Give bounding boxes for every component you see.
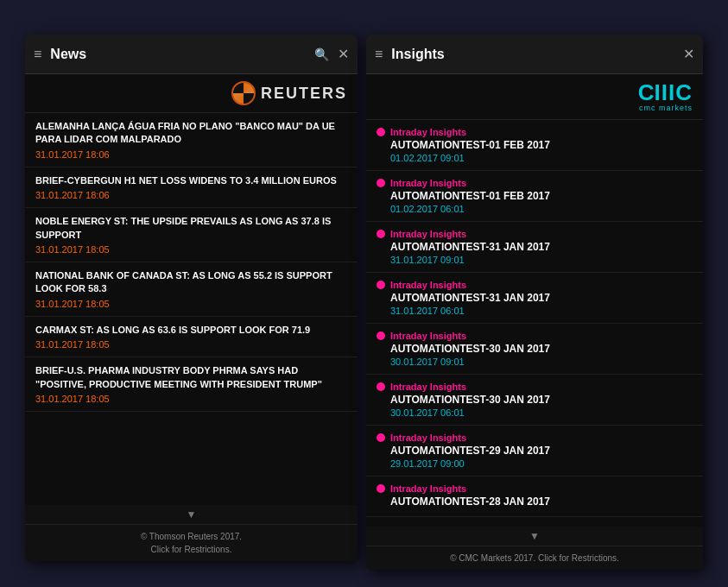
news-item-title: CARMAX ST: AS LONG AS 63.6 IS SUPPORT LO… bbox=[35, 324, 347, 337]
news-footer-text: © Thomson Reuters 2017.Click for Restric… bbox=[34, 530, 349, 556]
news-body: REUTERS ALEMANHA LANÇA ÁGUA FRIA NO PLAN… bbox=[25, 74, 358, 524]
reuters-logo: REUTERS bbox=[231, 81, 347, 105]
insight-tag-label: Intraday Insights bbox=[390, 432, 466, 443]
insight-item-title: AUTOMATIONTEST-28 JAN 2017 bbox=[377, 495, 677, 508]
news-item-title: NOBLE ENERGY ST: THE UPSIDE PREVAILS AS … bbox=[35, 215, 347, 242]
insight-list-item[interactable]: Intraday Insights AUTOMATIONTEST-28 JAN … bbox=[366, 477, 703, 517]
news-menu-icon[interactable]: ≡ bbox=[34, 47, 41, 62]
news-list-item[interactable]: BRIEF-U.S. PHARMA INDUSTRY BODY PHRMA SA… bbox=[25, 357, 358, 412]
insight-tag-label: Intraday Insights bbox=[390, 331, 466, 341]
news-list-item[interactable]: CARMAX ST: AS LONG AS 63.6 IS SUPPORT LO… bbox=[25, 317, 358, 357]
news-item-time: 31.01.2017 18:05 bbox=[35, 339, 347, 350]
insight-dot-icon bbox=[377, 331, 385, 340]
insight-item-title: AUTOMATIONTEST-30 JAN 2017 bbox=[377, 343, 677, 355]
news-header: ≡ News 🔍 ✕ bbox=[25, 35, 358, 74]
insight-item-time: 01.02.2017 06:01 bbox=[377, 204, 677, 214]
cmc-logo-area: CIIIC cmc markets bbox=[366, 74, 703, 120]
insight-item-time: 01.02.2017 09:01 bbox=[377, 153, 677, 163]
insight-list-item[interactable]: Intraday Insights AUTOMATIONTEST-31 JAN … bbox=[366, 222, 703, 273]
news-footer: © Thomson Reuters 2017.Click for Restric… bbox=[25, 524, 358, 561]
insights-body: CIIIC cmc markets Intraday Insights AUTO… bbox=[366, 74, 703, 546]
insight-tag-label: Intraday Insights bbox=[390, 483, 466, 494]
insight-dot-icon bbox=[377, 179, 385, 187]
news-item-time: 31.01.2017 18:06 bbox=[35, 149, 347, 160]
insight-item-title: AUTOMATIONTEST-29 JAN 2017 bbox=[377, 445, 677, 457]
insight-list-item[interactable]: Intraday Insights AUTOMATIONTEST-01 FEB … bbox=[366, 120, 703, 171]
insights-panel: ≡ Insights ✕ CIIIC cmc markets Intraday … bbox=[366, 35, 703, 570]
insights-footer: © CMC Markets 2017. Click for Restrictio… bbox=[366, 546, 703, 570]
insight-dot-icon bbox=[377, 230, 385, 238]
insight-item-title: AUTOMATIONTEST-30 JAN 2017 bbox=[377, 394, 677, 406]
insight-tag-row: Intraday Insights bbox=[377, 280, 677, 290]
news-item-time: 31.01.2017 18:05 bbox=[35, 394, 347, 404]
insight-tag-label: Intraday Insights bbox=[390, 280, 466, 290]
insight-item-time: 30.01.2017 09:01 bbox=[377, 357, 677, 367]
insights-list[interactable]: Intraday Insights AUTOMATIONTEST-01 FEB … bbox=[366, 120, 703, 527]
news-scroll-down[interactable]: ▼ bbox=[25, 505, 358, 524]
cmc-logo-letters: CIIIC bbox=[638, 81, 693, 104]
insight-tag-row: Intraday Insights bbox=[377, 127, 677, 137]
insight-item-time: 31.01.2017 09:01 bbox=[377, 255, 677, 265]
insight-dot-icon bbox=[377, 281, 385, 289]
insight-tag-label: Intraday Insights bbox=[390, 178, 466, 188]
insight-item-time: 30.01.2017 06:01 bbox=[377, 407, 677, 418]
insight-item-time: 29.01.2017 09:00 bbox=[377, 458, 677, 469]
news-panel: ≡ News 🔍 ✕ REUTERS ALEMANHA LANÇA ÁGUA F… bbox=[25, 35, 358, 561]
insight-tag-label: Intraday Insights bbox=[390, 229, 466, 239]
insight-tag-row: Intraday Insights bbox=[377, 229, 677, 239]
insights-header: ≡ Insights ✕ bbox=[366, 35, 703, 74]
insight-list-item[interactable]: Intraday Insights AUTOMATIONTEST-31 JAN … bbox=[366, 273, 703, 324]
insight-list-item[interactable]: Intraday Insights AUTOMATIONTEST-01 FEB … bbox=[366, 171, 703, 222]
insight-list-item[interactable]: Intraday Insights AUTOMATIONTEST-29 JAN … bbox=[366, 426, 703, 477]
insight-dot-icon bbox=[377, 433, 385, 442]
insight-tag-label: Intraday Insights bbox=[390, 127, 466, 137]
news-item-time: 31.01.2017 18:05 bbox=[35, 244, 347, 255]
news-list-item[interactable]: ALEMANHA LANÇA ÁGUA FRIA NO PLANO "BANCO… bbox=[25, 113, 358, 167]
news-item-time: 31.01.2017 18:06 bbox=[35, 190, 347, 200]
insight-dot-icon bbox=[377, 484, 385, 493]
news-search-icon[interactable]: 🔍 bbox=[314, 47, 329, 61]
insight-item-title: AUTOMATIONTEST-31 JAN 2017 bbox=[377, 241, 677, 253]
insight-item-time: 31.01.2017 06:01 bbox=[377, 306, 677, 316]
news-list-item[interactable]: BRIEF-CYBERGUN H1 NET LOSS WIDENS TO 3.4… bbox=[25, 167, 358, 208]
news-list-item[interactable]: NOBLE ENERGY ST: THE UPSIDE PREVAILS AS … bbox=[25, 208, 358, 262]
news-item-time: 31.01.2017 18:05 bbox=[35, 299, 347, 309]
insights-close-icon[interactable]: ✕ bbox=[683, 46, 694, 62]
insight-tag-label: Intraday Insights bbox=[390, 382, 466, 392]
insight-item-title: AUTOMATIONTEST-31 JAN 2017 bbox=[377, 292, 677, 304]
insight-tag-row: Intraday Insights bbox=[377, 382, 677, 392]
news-item-title: BRIEF-CYBERGUN H1 NET LOSS WIDENS TO 3.4… bbox=[35, 174, 347, 187]
insight-tag-row: Intraday Insights bbox=[377, 432, 677, 443]
news-item-title: BRIEF-U.S. PHARMA INDUSTRY BODY PHRMA SA… bbox=[35, 364, 347, 391]
news-list[interactable]: ALEMANHA LANÇA ÁGUA FRIA NO PLANO "BANCO… bbox=[25, 113, 358, 505]
insights-title: Insights bbox=[391, 47, 683, 62]
cmc-logo: CIIIC cmc markets bbox=[638, 81, 693, 112]
insight-dot-icon bbox=[377, 382, 385, 391]
insights-footer-text: © CMC Markets 2017. Click for Restrictio… bbox=[375, 552, 694, 565]
insights-scroll-down[interactable]: ▼ bbox=[366, 527, 703, 546]
insight-list-item[interactable]: Intraday Insights AUTOMATIONTEST-30 JAN … bbox=[366, 324, 703, 375]
insight-tag-row: Intraday Insights bbox=[377, 331, 677, 341]
insight-item-title: AUTOMATIONTEST-01 FEB 2017 bbox=[377, 190, 677, 202]
insight-dot-icon bbox=[377, 128, 385, 136]
news-title: News bbox=[50, 47, 314, 62]
insights-menu-icon[interactable]: ≡ bbox=[375, 47, 383, 62]
cmc-logo-sub: cmc markets bbox=[639, 104, 693, 112]
insight-list-item[interactable]: Intraday Insights AUTOMATIONTEST-30 JAN … bbox=[366, 375, 703, 426]
news-list-item[interactable]: NATIONAL BANK OF CANADA ST: AS LONG AS 5… bbox=[25, 262, 358, 317]
news-close-icon[interactable]: ✕ bbox=[338, 46, 349, 62]
news-item-title: NATIONAL BANK OF CANADA ST: AS LONG AS 5… bbox=[35, 269, 347, 296]
insight-tag-row: Intraday Insights bbox=[377, 178, 677, 188]
insight-item-title: AUTOMATIONTEST-01 FEB 2017 bbox=[377, 139, 677, 151]
reuters-logo-circle bbox=[231, 81, 256, 105]
news-item-title: ALEMANHA LANÇA ÁGUA FRIA NO PLANO "BANCO… bbox=[35, 120, 347, 147]
insight-tag-row: Intraday Insights bbox=[377, 483, 677, 494]
reuters-logo-area: REUTERS bbox=[25, 74, 358, 113]
reuters-logo-text: REUTERS bbox=[261, 85, 347, 103]
